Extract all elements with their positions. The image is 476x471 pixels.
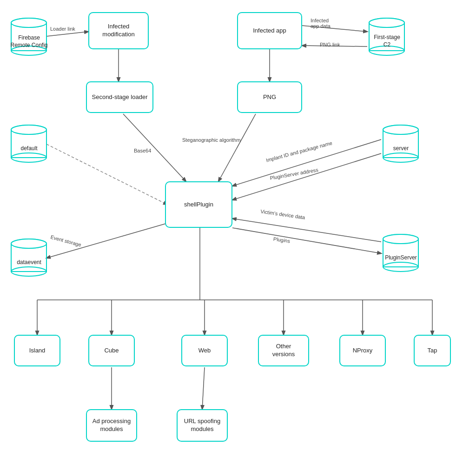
svg-point-34 [11, 125, 46, 134]
other-versions-label: Other versions [272, 343, 295, 358]
web-label: Web [198, 347, 211, 355]
svg-point-26 [11, 18, 46, 27]
png-link-label: PNG link [320, 42, 340, 47]
shellplugin-node: shellPlugin [165, 181, 232, 228]
tap-node: Tap [414, 335, 451, 366]
svg-line-7 [218, 114, 256, 181]
cube-node: Cube [88, 335, 135, 366]
cube-label: Cube [104, 347, 119, 355]
pluginserver-node: PluginServer [381, 232, 421, 274]
other-versions-node: Other versions [258, 335, 309, 366]
ad-processing-label: Ad processing modules [93, 418, 131, 433]
event-storage-label: Event storage [50, 234, 82, 247]
png-node: PNG [237, 81, 302, 113]
infected-mod-node: Infected modification [88, 12, 149, 49]
svg-line-22 [202, 367, 205, 409]
pluginserver-address-label: PluginServer address [270, 167, 319, 181]
dataevent-node: dataevent [9, 237, 49, 279]
svg-line-9 [232, 153, 381, 200]
server-label: server [393, 145, 409, 153]
infected-app-node: Infected app [237, 12, 302, 49]
ad-processing-node: Ad processing modules [86, 409, 137, 442]
base64-label: Base64 [134, 148, 151, 153]
plugins-label: Plugins [273, 236, 290, 244]
svg-line-5 [123, 114, 186, 181]
steganographic-label: Steganographic algorithm [182, 137, 240, 143]
server-node: server [381, 123, 421, 165]
svg-point-42 [11, 239, 46, 248]
first-stage-node: First-stage C2 [367, 16, 407, 58]
nproxy-label: NProxy [353, 347, 373, 355]
second-stage-node: Second-stage loader [86, 81, 153, 113]
svg-point-30 [369, 18, 404, 27]
infected-app-label: Infected app [253, 27, 286, 35]
tap-label: Tap [428, 347, 437, 355]
svg-line-11 [232, 228, 381, 253]
shellplugin-label: shellPlugin [184, 201, 213, 209]
island-node: Island [14, 335, 60, 366]
diagram: Firebase Remote Config Infected modifica… [0, 0, 476, 471]
infected-app-data-label: Infected app data [311, 18, 331, 29]
default-node: default [9, 123, 49, 165]
svg-line-0 [46, 32, 88, 36]
default-label: default [20, 145, 37, 153]
svg-line-10 [232, 219, 381, 242]
nproxy-node: NProxy [339, 335, 386, 366]
loader-link-label: Loader link [50, 26, 75, 32]
second-stage-label: Second-stage loader [92, 93, 148, 101]
first-stage-label: First-stage C2 [374, 34, 400, 48]
svg-point-46 [383, 234, 418, 244]
url-spoofing-label: URL spoofing modules [184, 418, 220, 433]
url-spoofing-node: URL spoofing modules [177, 409, 228, 442]
implant-id-label: Implant ID and package name [265, 140, 333, 163]
island-label: Island [29, 347, 46, 355]
png-label: PNG [263, 93, 276, 101]
victims-device-label: Victim's device data [260, 208, 305, 220]
web-node: Web [181, 335, 228, 366]
dataevent-label: dataevent [17, 259, 41, 266]
firebase-node: Firebase Remote Config [9, 16, 49, 58]
pluginserver-label: PluginServer [385, 254, 417, 262]
infected-mod-label: Infected modification [102, 23, 134, 39]
svg-point-38 [383, 125, 418, 134]
firebase-label: Firebase Remote Config [9, 34, 49, 49]
